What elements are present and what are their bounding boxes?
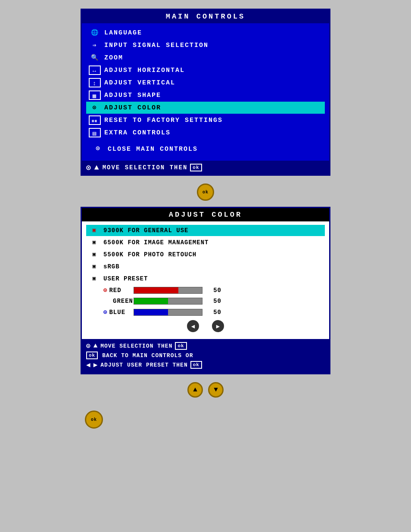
close-icon: ⊙ (92, 144, 104, 154)
footer-move-text: MOVE SELECTION THEN (103, 164, 188, 171)
red-slider-fill (134, 287, 178, 293)
footer-ok-2: ok (86, 352, 98, 359)
reset-factory-label: RESET TO FACTORY SETTINGS (104, 117, 322, 124)
red-circle-icon: ⊙ (103, 286, 107, 294)
zoom-icon: 🔍 (89, 53, 101, 62)
input-signal-label: INPUT SIGNAL SELECTION (104, 42, 322, 49)
nav-down-button[interactable]: ▼ (208, 382, 224, 398)
adjust-color-panel: ADJUST COLOR ▣ 9300K FOR GENERAL USE ▣ 6… (81, 207, 330, 374)
red-slider-track[interactable] (134, 287, 202, 294)
ok-center-button[interactable]: ok (197, 184, 214, 201)
color-option-6500k-label: 6500K FOR IMAGE MANAGEMENT (103, 239, 209, 246)
color-option-6500k[interactable]: ▣ 6500K FOR IMAGE MANAGEMENT (86, 237, 325, 248)
down-arrow-icon: ▼ (214, 386, 218, 394)
final-ok-button[interactable]: ok (85, 411, 103, 429)
ok-center-label: ok (202, 190, 209, 195)
red-label-container: ⊙ RED (103, 286, 134, 294)
footer-move-text-2: MOVE SELECTION THEN (100, 343, 172, 349)
color-option-5500k-label: 5500K FOR PHOTO RETOUCH (103, 251, 196, 258)
adjust-color-title: ADJUST COLOR (82, 208, 329, 221)
color-option-srgb[interactable]: ▣ sRGB (86, 261, 325, 272)
slider-nav-arrows: ◀ ▶ (86, 318, 325, 336)
blue-label: BLUE (109, 309, 125, 316)
language-icon: 🌐 (89, 28, 101, 37)
extra-controls-icon: ▤ (89, 128, 101, 137)
adjust-shape-icon: ▦ (89, 90, 101, 100)
adjust-color-icon: ⊙ (89, 103, 101, 112)
green-slider-value: 50 (208, 298, 221, 305)
adjust-horizontal-label: ADJUST HORIZONTAL (104, 67, 322, 74)
adjust-horizontal-icon: ↔ (89, 65, 101, 75)
menu-item-adjust-shape[interactable]: ▦ ADJUST SHAPE (86, 89, 325, 101)
main-controls-footer: ⊙ ▲ MOVE SELECTION THEN ok (82, 161, 329, 174)
color-footer-row-1: ⊙ ▲ MOVE SELECTION THEN ok (86, 342, 325, 350)
language-label: LANGUAGE (104, 29, 322, 37)
menu-item-language[interactable]: 🌐 LANGUAGE (86, 27, 325, 39)
color-option-user-preset-icon: ▣ (89, 274, 100, 283)
adjust-shape-label: ADJUST SHAPE (104, 92, 322, 99)
footer-nav-icon-1b: ▲ (93, 342, 98, 350)
menu-item-adjust-color[interactable]: ⊙ ADJUST COLOR (86, 102, 325, 114)
menu-item-adjust-horizontal[interactable]: ↔ ADJUST HORIZONTAL (86, 64, 325, 76)
footer-nav-icon-1a: ⊙ (86, 342, 91, 350)
green-label-container: GREEN (103, 298, 134, 305)
color-option-user-preset-label: USER PRESET (103, 275, 148, 282)
menu-item-extra-controls[interactable]: ▤ EXTRA CONTROLS (86, 127, 325, 139)
adjust-vertical-icon: ↕ (89, 78, 101, 87)
color-option-6500k-icon: ▣ (89, 238, 100, 247)
color-option-9300k[interactable]: ▣ 9300K FOR GENERAL USE (86, 225, 325, 236)
blue-slider-row: ⊙ BLUE 50 (86, 307, 325, 317)
color-option-5500k-icon: ▣ (89, 250, 100, 259)
color-footer-row-2: ok BACK TO MAIN CONTROLS OR (86, 352, 325, 359)
blue-circle-icon: ⊙ (103, 308, 107, 316)
color-option-9300k-icon: ▣ (89, 226, 100, 235)
main-controls-panel: MAIN CONTROLS 🌐 LANGUAGE ⇒ INPUT SIGNAL … (81, 9, 330, 176)
reset-factory-icon: ▦▦ (89, 115, 101, 125)
main-controls-menu: 🌐 LANGUAGE ⇒ INPUT SIGNAL SELECTION 🔍 ZO… (82, 23, 329, 161)
adjust-color-label: ADJUST COLOR (104, 104, 322, 112)
color-option-9300k-label: 9300K FOR GENERAL USE (103, 227, 188, 234)
move-down-icon: ▲ (94, 163, 100, 172)
color-option-5500k[interactable]: ▣ 5500K FOR PHOTO RETOUCH (86, 249, 325, 260)
red-slider-row: ⊙ RED 50 (86, 285, 325, 295)
red-slider-value: 50 (208, 287, 221, 294)
footer-ok-3: ok (190, 361, 202, 369)
blue-slider-value: 50 (208, 309, 221, 316)
slider-left-arrow[interactable]: ◀ (187, 320, 199, 332)
zoom-label: ZOOM (104, 54, 322, 62)
close-main-controls[interactable]: ⊙ CLOSE MAIN CONTROLS (86, 143, 325, 157)
color-option-srgb-label: sRGB (103, 263, 120, 270)
footer-ok-badge: ok (190, 164, 202, 171)
final-ok-label: ok (91, 417, 97, 422)
menu-item-input-signal[interactable]: ⇒ INPUT SIGNAL SELECTION (86, 39, 325, 51)
green-label: GREEN (113, 298, 133, 305)
final-ok-wrapper: ok (81, 406, 330, 429)
footer-back-text: BACK TO MAIN CONTROLS OR (102, 352, 193, 359)
footer-ok-1: ok (175, 342, 187, 350)
color-option-user-preset[interactable]: ▣ USER PRESET (86, 273, 325, 284)
footer-nav-icon-3a: ◀ (86, 361, 91, 369)
extra-controls-label: EXTRA CONTROLS (104, 129, 322, 137)
adjust-vertical-label: ADJUST VERTICAL (104, 79, 322, 87)
blue-slider-fill (134, 309, 168, 315)
green-slider-track[interactable] (134, 298, 202, 305)
color-option-srgb-icon: ▣ (89, 262, 100, 271)
green-slider-row: GREEN 50 (86, 296, 325, 306)
menu-item-zoom[interactable]: 🔍 ZOOM (86, 52, 325, 64)
menu-item-reset-factory[interactable]: ▦▦ RESET TO FACTORY SETTINGS (86, 114, 325, 126)
nav-up-button[interactable]: ▲ (187, 382, 203, 398)
green-slider-fill (134, 298, 168, 304)
blue-slider-track[interactable] (134, 309, 202, 316)
slider-right-arrow[interactable]: ▶ (212, 320, 224, 332)
color-options-list: ▣ 9300K FOR GENERAL USE ▣ 6500K FOR IMAG… (82, 221, 329, 339)
red-label: RED (109, 287, 121, 294)
menu-item-adjust-vertical[interactable]: ↕ ADJUST VERTICAL (86, 77, 325, 89)
footer-nav-icon-3b: ▶ (93, 361, 98, 369)
color-footer-row-3: ◀ ▶ ADJUST USER PRESET THEN ok (86, 361, 325, 369)
close-main-label: CLOSE MAIN CONTROLS (108, 146, 198, 153)
move-up-icon: ⊙ (86, 163, 92, 172)
footer-adjust-text: ADJUST USER PRESET THEN (100, 362, 187, 368)
main-controls-title: MAIN CONTROLS (82, 10, 329, 23)
color-footer: ⊙ ▲ MOVE SELECTION THEN ok ok BACK TO MA… (82, 339, 329, 373)
bottom-nav-buttons: ▲ ▼ (187, 382, 224, 398)
